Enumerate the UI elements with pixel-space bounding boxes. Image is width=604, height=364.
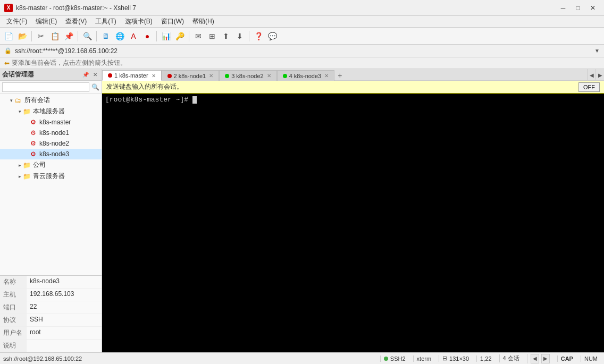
expand-arrow: ▸ bbox=[17, 172, 22, 181]
sidebar-item-label: k8s-master bbox=[39, 118, 71, 126]
sidebar-item-label: k8s-node2 bbox=[39, 140, 69, 147]
toolbar-red-dot-btn[interactable]: ● bbox=[141, 30, 154, 43]
status-nav-left-btn[interactable]: ◀ bbox=[531, 354, 539, 363]
tab-status-dot bbox=[225, 74, 229, 78]
toolbar-globe-btn[interactable]: 🌐 bbox=[113, 30, 126, 43]
toolbar-new-btn[interactable]: 📄 bbox=[2, 30, 15, 43]
status-size: ⊟ 131×30 bbox=[439, 355, 472, 362]
toolbar-download-btn[interactable]: ⬇ bbox=[233, 30, 246, 43]
menu-item-b[interactable]: 选项卡(B) bbox=[121, 16, 157, 27]
menu-item-v[interactable]: 查看(V) bbox=[61, 16, 91, 27]
info-label-port: 端口 bbox=[0, 301, 27, 314]
status-cap-text: CAP bbox=[561, 355, 573, 362]
tab-close-btn[interactable]: ✕ bbox=[152, 73, 156, 79]
close-button[interactable]: ✕ bbox=[586, 3, 600, 13]
toolbar-open-btn[interactable]: 📂 bbox=[16, 30, 29, 43]
info-value-host: 192.168.65.103 bbox=[27, 289, 102, 301]
tab-close-btn[interactable]: ✕ bbox=[209, 73, 213, 79]
toolbar-monitor-btn[interactable]: 📊 bbox=[160, 30, 172, 43]
toolbar-upload-btn[interactable]: ⬆ bbox=[220, 30, 232, 43]
toolbar-compose-btn[interactable]: ✉ bbox=[192, 30, 205, 43]
address-text: ssh://root:******@192.168.65.100:22 bbox=[15, 47, 591, 55]
sidebar-item-qingyun[interactable]: ▸ 📁 青云服务器 bbox=[0, 171, 102, 182]
toolbar-find-btn[interactable]: 🔍 bbox=[81, 30, 94, 43]
sidebar-item-label: 本地服务器 bbox=[33, 107, 65, 116]
tab-close-btn[interactable]: ✕ bbox=[267, 73, 271, 79]
tab-close-btn[interactable]: ✕ bbox=[324, 73, 329, 79]
toolbar-paste-btn[interactable]: 📌 bbox=[62, 30, 75, 43]
folder-icon: 📁 bbox=[22, 172, 31, 181]
sidebar: 会话管理器 📌 ✕ 🔍 ▾ 🗂 所有会话 ▾ 📁 本地服务器 bbox=[0, 69, 102, 352]
toolbar-layout-btn[interactable]: ⊞ bbox=[206, 30, 219, 43]
info-label-desc: 说明 bbox=[0, 340, 27, 352]
sidebar-search-input[interactable] bbox=[2, 82, 89, 92]
tab-bar: 1 k8s-master ✕ 2 k8s-node1 ✕ 3 k8s-node2… bbox=[102, 69, 604, 81]
menu-item-f[interactable]: 文件(F) bbox=[2, 16, 31, 27]
sidebar-item-label: k8s-node1 bbox=[39, 129, 69, 137]
info-panel: 名称 k8s-node3 主机 192.168.65.103 端口 22 协议 … bbox=[0, 275, 102, 352]
window-title: k8s-master - root@k8s-master:~ - Xshell … bbox=[16, 4, 136, 12]
status-bar: ssh://root@192.168.65.100:22 SSH2 xterm … bbox=[0, 352, 604, 364]
send-all-text: 发送键盘输入的所有会话。 bbox=[106, 82, 183, 91]
expand-arrow: ▸ bbox=[17, 161, 22, 170]
status-protocol: SSH2 bbox=[380, 355, 409, 362]
terminal[interactable]: [root@k8s-master ~]# bbox=[102, 94, 604, 352]
server-icon: ⚙ bbox=[29, 118, 37, 126]
sidebar-item-company[interactable]: ▸ 📁 公司 bbox=[0, 159, 102, 171]
menu-bar: 文件(F)编辑(E)查看(V)工具(T)选项卡(B)窗口(W)帮助(H) bbox=[0, 16, 604, 28]
toolbar-copy-btn[interactable]: 📋 bbox=[48, 30, 61, 43]
toolbar-cut-btn[interactable]: ✂ bbox=[35, 30, 47, 43]
sidebar-item-label: 所有会话 bbox=[24, 96, 50, 105]
maximize-button[interactable]: □ bbox=[571, 3, 585, 13]
info-row-port: 端口 22 bbox=[0, 301, 102, 314]
status-cursor-text: 1,22 bbox=[480, 355, 491, 362]
main-layout: 会话管理器 📌 ✕ 🔍 ▾ 🗂 所有会话 ▾ 📁 本地服务器 bbox=[0, 69, 604, 352]
sidebar-item-local-server[interactable]: ▾ 📁 本地服务器 bbox=[0, 106, 102, 117]
sidebar-close-btn[interactable]: ✕ bbox=[91, 71, 99, 79]
address-dropdown[interactable]: ▼ bbox=[594, 48, 600, 54]
toolbar-key-btn[interactable]: 🔑 bbox=[173, 30, 186, 43]
sidebar-item-k8s-node2[interactable]: ⚙ k8s-node2 bbox=[0, 138, 102, 149]
toolbar-chat-btn[interactable]: 💬 bbox=[266, 30, 279, 43]
send-all-off-button[interactable]: OFF bbox=[578, 82, 600, 92]
menu-item-e[interactable]: 编辑(E) bbox=[31, 16, 61, 27]
status-nav-right-btn[interactable]: ▶ bbox=[541, 354, 550, 363]
info-value-desc bbox=[27, 340, 102, 352]
sidebar-header-buttons: 📌 ✕ bbox=[81, 71, 99, 79]
tab-label: 3 k8s-node2 bbox=[231, 73, 264, 79]
toolbar-help-btn[interactable]: ❓ bbox=[252, 30, 265, 43]
tab-nav-right[interactable]: ▶ bbox=[595, 69, 604, 81]
menu-item-h[interactable]: 帮助(H) bbox=[188, 16, 219, 27]
tab-status-dot bbox=[167, 74, 172, 78]
sidebar-item-all-sessions[interactable]: ▾ 🗂 所有会话 bbox=[0, 95, 102, 106]
sidebar-item-k8s-master[interactable]: ⚙ k8s-master bbox=[0, 117, 102, 128]
folder-icon: 📁 bbox=[22, 107, 31, 116]
sidebar-item-k8s-node1[interactable]: ⚙ k8s-node1 bbox=[0, 128, 102, 138]
tab-k8s-node1[interactable]: 2 k8s-node1 ✕ bbox=[162, 70, 220, 81]
server-icon: ⚙ bbox=[29, 139, 37, 148]
sidebar-item-k8s-node3[interactable]: ⚙ k8s-node3 bbox=[0, 149, 102, 159]
tab-k8s-node2[interactable]: 3 k8s-node2 ✕ bbox=[219, 70, 277, 81]
toolbar-font-btn[interactable]: A bbox=[127, 30, 140, 43]
status-size-text: 131×30 bbox=[449, 355, 469, 362]
app-icon: X bbox=[4, 4, 13, 12]
sidebar-pin-btn[interactable]: 📌 bbox=[81, 71, 90, 79]
status-ssh-text: ssh://root@192.168.65.100:22 bbox=[3, 355, 82, 362]
title-bar-left: X k8s-master - root@k8s-master:~ - Xshel… bbox=[4, 4, 136, 12]
tab-k8s-master[interactable]: 1 k8s-master ✕ bbox=[102, 70, 162, 81]
tab-nav-left[interactable]: ◀ bbox=[587, 69, 595, 81]
toolbar-sep-5 bbox=[189, 31, 189, 41]
minimize-button[interactable]: ─ bbox=[556, 3, 570, 13]
status-green-dot bbox=[384, 357, 388, 361]
menu-item-t[interactable]: 工具(T) bbox=[91, 16, 120, 27]
session-banner-text: 要添加当前会话，点击左侧的箭头按钮。 bbox=[12, 58, 127, 67]
tab-k8s-node3[interactable]: 4 k8s-node3 ✕ bbox=[277, 70, 335, 81]
folder-icon: 📁 bbox=[22, 161, 31, 170]
folder-icon: 🗂 bbox=[14, 96, 22, 105]
server-icon: ⚙ bbox=[29, 150, 37, 158]
status-terminal-type-text: xterm bbox=[417, 355, 432, 362]
status-sessions-text: 4 会话 bbox=[503, 354, 519, 362]
menu-item-w[interactable]: 窗口(W) bbox=[157, 16, 188, 27]
add-tab-button[interactable]: + bbox=[334, 70, 345, 81]
toolbar-connect-btn[interactable]: 🖥 bbox=[99, 30, 112, 43]
